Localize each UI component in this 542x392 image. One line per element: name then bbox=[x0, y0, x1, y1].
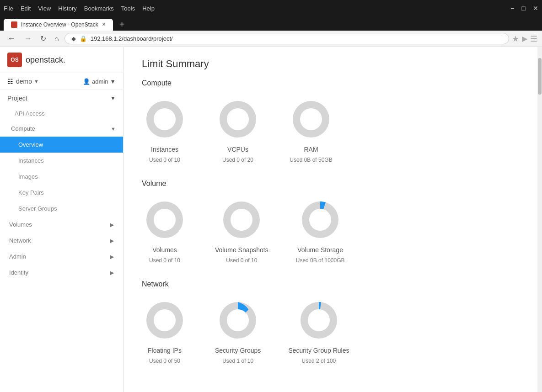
back-button[interactable]: ← bbox=[5, 33, 18, 44]
menu-bookmarks[interactable]: Bookmarks bbox=[84, 5, 114, 12]
project-section-label: Project bbox=[7, 95, 27, 102]
chart-security-groups: Security Groups Used 1 of 10 bbox=[215, 297, 261, 364]
project-grid-icon: ☷ bbox=[7, 78, 13, 85]
project-chevron-icon: ▼ bbox=[110, 95, 116, 101]
new-tab-button[interactable]: + bbox=[115, 18, 129, 31]
svg-point-7 bbox=[154, 209, 176, 231]
floating-ips-chart-sublabel: Used 0 of 50 bbox=[149, 358, 180, 364]
openstack-logo: OS bbox=[7, 53, 22, 67]
svg-point-9 bbox=[231, 209, 252, 231]
compute-label: Compute bbox=[11, 125, 35, 132]
menu-icon[interactable]: ☰ bbox=[530, 34, 537, 44]
volumes-arrow-icon: ▶ bbox=[110, 222, 114, 228]
images-label: Images bbox=[18, 173, 38, 180]
chart-volumes: Volumes Used 0 of 10 bbox=[142, 197, 188, 264]
vcpus-chart-label: VCPUs bbox=[227, 146, 248, 153]
svg-point-11 bbox=[309, 209, 331, 231]
chart-vcpus: VCPUs Used 0 of 20 bbox=[215, 96, 261, 163]
compute-chevron-icon: ▼ bbox=[111, 126, 116, 132]
menu-file[interactable]: File bbox=[4, 5, 13, 12]
sidebar-item-network[interactable]: Network ▶ bbox=[0, 233, 123, 249]
sidebar-item-api-access[interactable]: API Access bbox=[0, 106, 123, 121]
forward-button[interactable]: → bbox=[21, 33, 35, 44]
donut-security-groups bbox=[215, 297, 261, 343]
sidebar-compute-header[interactable]: Compute ▼ bbox=[0, 121, 123, 137]
chart-security-group-rules: Security Group Rules Used 2 of 100 bbox=[288, 297, 349, 364]
bookmark-icon[interactable]: ★ bbox=[512, 34, 519, 44]
menu-tools[interactable]: Tools bbox=[121, 5, 135, 12]
key-pairs-label: Key Pairs bbox=[18, 189, 44, 196]
project-dropdown-icon: ▼ bbox=[34, 79, 39, 84]
sidebar-item-overview[interactable]: Overview bbox=[0, 137, 123, 153]
sidebar-item-images[interactable]: Images bbox=[0, 169, 123, 185]
menu-view[interactable]: View bbox=[38, 5, 51, 12]
ram-chart-label: RAM bbox=[304, 146, 318, 153]
page-title: Limit Summary bbox=[142, 58, 524, 70]
instances-chart-label: Instances bbox=[151, 146, 178, 153]
tab-title: Instance Overview - OpenStack bbox=[21, 21, 98, 28]
maximize-button[interactable]: □ bbox=[522, 5, 526, 12]
donut-volumes bbox=[142, 197, 188, 243]
security-group-rules-chart-label: Security Group Rules bbox=[288, 347, 349, 354]
sidebar-project-header[interactable]: Project ▼ bbox=[0, 90, 123, 106]
home-button[interactable]: ⌂ bbox=[52, 34, 62, 44]
chart-ram: RAM Used 0B of 50GB bbox=[288, 96, 334, 163]
floating-ips-chart-label: Floating IPs bbox=[148, 347, 182, 354]
donut-volume-storage bbox=[297, 197, 343, 243]
volume-storage-chart-sublabel: Used 0B of 1000GB bbox=[296, 257, 345, 264]
brand-name: openstack. bbox=[26, 55, 65, 65]
volumes-label: Volumes bbox=[9, 221, 32, 228]
network-arrow-icon: ▶ bbox=[110, 238, 114, 244]
compute-section-title: Compute bbox=[142, 79, 524, 87]
sidebar-item-server-groups[interactable]: Server Groups bbox=[0, 201, 123, 217]
vcpus-chart-sublabel: Used 0 of 20 bbox=[222, 157, 253, 163]
svg-point-3 bbox=[227, 108, 249, 130]
sidebar-item-admin[interactable]: Admin ▶ bbox=[0, 249, 123, 265]
admin-arrow-icon: ▶ bbox=[110, 254, 114, 260]
minimize-button[interactable]: − bbox=[510, 5, 514, 12]
overview-label: Overview bbox=[18, 141, 43, 148]
admin-user-label[interactable]: 👤 admin ▼ bbox=[83, 78, 116, 85]
identity-label: Identity bbox=[9, 269, 28, 276]
menu-history[interactable]: History bbox=[58, 5, 76, 12]
close-button[interactable]: ✕ bbox=[533, 5, 538, 12]
donut-ram bbox=[288, 96, 334, 142]
instances-chart-sublabel: Used 0 of 10 bbox=[149, 157, 180, 163]
security-groups-chart-sublabel: Used 1 of 10 bbox=[222, 358, 253, 364]
menu-edit[interactable]: Edit bbox=[21, 5, 31, 12]
instances-label: Instances bbox=[18, 157, 44, 164]
network-section-title: Network bbox=[142, 280, 524, 288]
browser-tab[interactable]: Instance Overview - OpenStack ✕ bbox=[4, 19, 113, 31]
lock-icon: 🔒 bbox=[80, 35, 87, 42]
sidebar-item-volumes[interactable]: Volumes ▶ bbox=[0, 217, 123, 233]
volumes-chart-sublabel: Used 0 of 10 bbox=[149, 257, 180, 264]
security-group-rules-chart-sublabel: Used 2 of 100 bbox=[302, 358, 336, 364]
svg-point-13 bbox=[154, 309, 176, 331]
chart-volume-snapshots: Volume Snapshots Used 0 of 10 bbox=[215, 197, 268, 264]
sidebar-item-key-pairs[interactable]: Key Pairs bbox=[0, 185, 123, 201]
volume-storage-chart-label: Volume Storage bbox=[297, 246, 343, 254]
sidebar-item-identity[interactable]: Identity ▶ bbox=[0, 265, 123, 281]
tab-close-icon[interactable]: ✕ bbox=[102, 22, 106, 27]
api-access-label: API Access bbox=[15, 110, 45, 117]
refresh-button[interactable]: ↻ bbox=[38, 33, 49, 44]
donut-floating-ips bbox=[142, 297, 188, 343]
chart-floating-ips: Floating IPs Used 0 of 50 bbox=[142, 297, 188, 364]
chart-volume-storage: Volume Storage Used 0B of 1000GB bbox=[296, 197, 345, 264]
scrollbar[interactable] bbox=[537, 47, 542, 392]
ram-chart-sublabel: Used 0B of 50GB bbox=[290, 157, 332, 163]
pocket-icon[interactable]: ▶ bbox=[522, 34, 527, 43]
volumes-chart-label: Volumes bbox=[152, 246, 177, 254]
scrollbar-thumb[interactable] bbox=[538, 58, 542, 95]
menu-help[interactable]: Help bbox=[142, 5, 155, 12]
network-label: Network bbox=[9, 237, 31, 244]
chart-instances: Instances Used 0 of 10 bbox=[142, 96, 188, 163]
volume-snapshots-chart-label: Volume Snapshots bbox=[215, 246, 268, 254]
address-text[interactable]: 192.168.1.2/dashboard/project/ bbox=[91, 35, 173, 42]
identity-arrow-icon: ▶ bbox=[110, 270, 114, 276]
svg-point-1 bbox=[154, 108, 176, 130]
sidebar-item-instances[interactable]: Instances bbox=[0, 153, 123, 169]
security-groups-chart-label: Security Groups bbox=[215, 347, 261, 354]
security-icon: ◆ bbox=[71, 35, 76, 42]
project-selector[interactable]: ☷ demo ▼ 👤 admin ▼ bbox=[0, 73, 123, 90]
